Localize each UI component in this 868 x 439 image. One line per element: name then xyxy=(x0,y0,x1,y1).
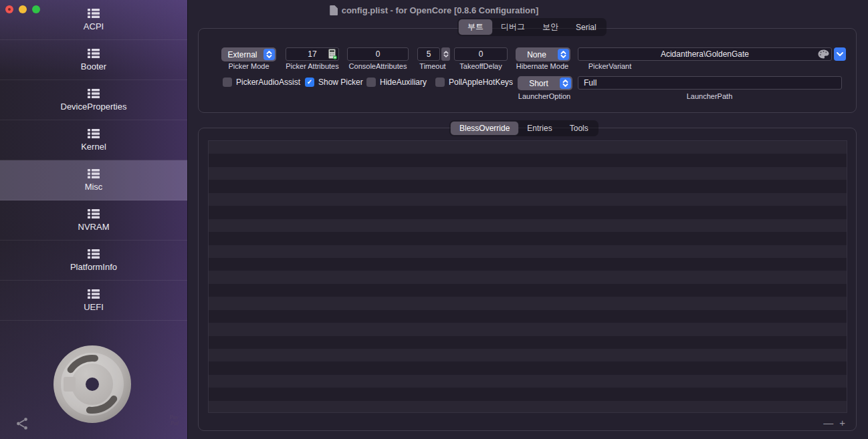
sidebar: ACPI Booter DeviceProperties Kernel Misc… xyxy=(0,0,188,439)
checkbox-item: HideAuxiliary xyxy=(366,78,427,87)
tab-debug[interactable]: 디버그 xyxy=(492,19,534,35)
updown-chevron-icon xyxy=(560,78,571,89)
window-controls xyxy=(5,5,40,13)
blessoverride-panel: — + xyxy=(198,128,857,431)
updown-chevron-icon xyxy=(263,49,275,60)
share-icon[interactable] xyxy=(15,416,29,434)
minimize-button[interactable] xyxy=(19,5,27,13)
sidebar-item-nvram[interactable]: NVRAM xyxy=(0,200,187,241)
timeout-field[interactable]: 5 xyxy=(417,47,440,61)
checkbox-item: Show Picker xyxy=(305,78,363,87)
sidebar-item-label: ACPI xyxy=(84,21,104,31)
add-row-button[interactable]: + xyxy=(839,418,845,428)
table-row[interactable] xyxy=(209,193,847,206)
checkbox-item: PollAppleHotKeys xyxy=(435,78,513,87)
picker-variant-value: Acidanthera\GoldenGate xyxy=(661,49,749,59)
takeoff-delay-value: 0 xyxy=(479,49,483,59)
table-row[interactable] xyxy=(209,271,847,283)
table-row[interactable] xyxy=(209,401,847,413)
table-row[interactable] xyxy=(209,206,847,218)
table-row[interactable] xyxy=(209,180,847,192)
table-row[interactable] xyxy=(209,375,847,388)
table-row[interactable] xyxy=(209,141,847,154)
sidebar-item-misc[interactable]: Misc xyxy=(0,160,187,200)
table-row[interactable] xyxy=(209,245,847,258)
show-picker-checkbox[interactable] xyxy=(305,78,314,87)
checkbox-label: HideAuxiliary xyxy=(380,78,427,87)
tab-boot[interactable]: 부트 xyxy=(459,19,492,35)
tab-entries[interactable]: Entries xyxy=(518,122,560,135)
document-icon xyxy=(330,5,338,15)
sidebar-item-deviceproperties[interactable]: DeviceProperties xyxy=(0,80,187,120)
list-icon xyxy=(88,249,100,259)
timeout-value: 5 xyxy=(427,49,431,59)
picker-mode-value: External xyxy=(221,50,263,59)
table-row[interactable] xyxy=(209,297,847,309)
pickeraudioassist-checkbox[interactable] xyxy=(223,78,232,87)
remove-row-button[interactable]: — xyxy=(823,418,833,428)
list-icon xyxy=(88,49,100,58)
picker-attributes-label: Picker Attributes xyxy=(279,62,346,70)
calculator-icon[interactable] xyxy=(328,49,337,61)
tab-security[interactable]: 보안 xyxy=(534,19,567,35)
table-row[interactable] xyxy=(209,336,847,349)
table-row[interactable] xyxy=(209,388,847,400)
hibernate-mode-value: None xyxy=(516,50,558,59)
checkbox-item: PickerAudioAssist xyxy=(223,78,300,87)
launcher-option-select[interactable]: Short xyxy=(518,76,572,90)
list-icon xyxy=(88,209,100,218)
boot-section-tabs: 부트 디버그 보안 Serial xyxy=(457,18,607,36)
tab-serial[interactable]: Serial xyxy=(567,21,605,34)
palette-icon[interactable] xyxy=(818,49,829,61)
list-icon xyxy=(88,129,100,138)
table-row[interactable] xyxy=(209,219,847,232)
close-button[interactable] xyxy=(5,5,13,13)
table-row[interactable] xyxy=(209,258,847,271)
sidebar-item-label: Misc xyxy=(85,182,103,192)
checkbox-label: Show Picker xyxy=(318,78,363,87)
timeout-stepper[interactable] xyxy=(441,47,450,61)
table-body xyxy=(208,140,847,413)
paypal-badge: Pay Pal xyxy=(169,414,179,426)
sidebar-item-label: Kernel xyxy=(81,142,106,152)
launcher-option-value: Short xyxy=(518,79,560,88)
sidebar-item-label: PlatformInfo xyxy=(70,262,117,272)
table-row[interactable] xyxy=(209,361,847,374)
picker-attributes-value: 17 xyxy=(308,49,316,59)
updown-chevron-icon xyxy=(443,51,449,57)
zoom-button[interactable] xyxy=(32,5,40,13)
pollapplehotkeys-checkbox[interactable] xyxy=(435,78,445,87)
table-row[interactable] xyxy=(209,167,847,180)
variant-dropdown-button[interactable] xyxy=(834,47,846,61)
tab-tools[interactable]: Tools xyxy=(561,122,597,135)
table-controls: — + xyxy=(823,418,845,428)
launcher-path-field[interactable]: Full xyxy=(578,76,842,90)
table-row[interactable] xyxy=(209,323,847,335)
takeoff-delay-field[interactable]: 0 xyxy=(454,47,508,61)
app-window: config.plist - for OpenCore [0.8.6 Confi… xyxy=(0,0,868,439)
table-row[interactable] xyxy=(209,154,847,166)
window-title: config.plist - for OpenCore [0.8.6 Confi… xyxy=(342,5,539,15)
picker-variant-label: PickerVariant xyxy=(573,62,647,70)
tab-blessoverride[interactable]: BlessOverride xyxy=(451,122,518,135)
picker-mode-select[interactable]: External xyxy=(221,47,276,61)
sidebar-item-label: Booter xyxy=(81,61,106,71)
table-row[interactable] xyxy=(209,349,847,361)
sidebar-item-uefi[interactable]: UEFI xyxy=(0,281,187,321)
picker-variant-field[interactable]: Acidanthera\GoldenGate xyxy=(578,47,832,61)
console-attributes-field[interactable]: 0 xyxy=(347,47,409,61)
table-row[interactable] xyxy=(209,310,847,323)
sidebar-item-kernel[interactable]: Kernel xyxy=(0,120,187,160)
sidebar-item-booter[interactable]: Booter xyxy=(0,40,187,80)
list-icon xyxy=(88,289,100,299)
picker-attributes-field[interactable]: 17 xyxy=(286,47,339,61)
sidebar-item-platforminfo[interactable]: PlatformInfo xyxy=(0,241,187,281)
boot-settings-panel: External Picker Mode 17 Picker Attribute… xyxy=(198,28,857,113)
table-row[interactable] xyxy=(209,284,847,297)
table-row[interactable] xyxy=(209,232,847,245)
hibernate-mode-select[interactable]: None xyxy=(516,47,570,61)
picker-mode-label: Picker Mode xyxy=(209,62,289,70)
list-icon xyxy=(88,169,100,178)
hideauxiliary-checkbox[interactable] xyxy=(366,78,376,87)
launcher-option-label: LauncherOption xyxy=(498,92,591,100)
